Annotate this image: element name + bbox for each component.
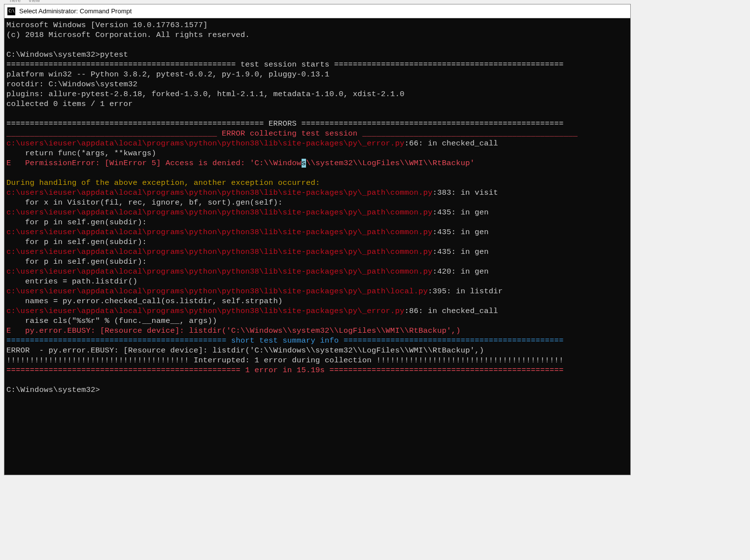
trace-code-4: for p in self.gen(subdir): [6,238,147,246]
session-start-bar: ========================================… [6,60,564,69]
ebusy-error: E py.error.EBUSY: [Resource device]: lis… [6,326,461,335]
summary-bar: ========================================… [6,336,564,345]
window-title: Select Administrator: Command Prompt [19,7,132,15]
trace-line-4: c:\users\ieuser\appdata\local\programs\p… [6,228,489,237]
trace-line-7: c:\users\ieuser\appdata\local\programs\p… [6,287,503,296]
trace-line-1: c:\users\ieuser\appdata\local\programs\p… [6,139,498,148]
errors-bar: ========================================… [6,119,564,128]
trace-code-2: for x in Visitor(fil, rec, ignore, bf, s… [6,198,283,207]
interrupted-line: !!!!!!!!!!!!!!!!!!!!!!!!!!!!!!!!!!!!!!! … [6,356,564,365]
permission-error: E PermissionError: [WinError 5] Access i… [6,159,475,168]
summary-error-line: ERROR - py.error.EBUSY: [Resource device… [6,346,484,355]
trace-line-2: c:\users\ieuser\appdata\local\programs\p… [6,188,498,197]
error-collecting-bar: ________________________________________… [6,129,578,138]
rootdir-line: rootdir: C:\Windows\system32 [6,80,137,89]
cmd-icon: C:\ [7,7,15,15]
collected-line: collected 0 items / 1 error [6,100,133,108]
trace-line-3: c:\users\ieuser\appdata\local\programs\p… [6,208,489,217]
trace-code-3: for p in self.gen(subdir): [6,218,147,227]
during-handling: During handling of the above exception, … [6,178,320,187]
plugins-line: plugins: allure-pytest-2.8.18, forked-1.… [6,90,405,99]
platform-line: platform win32 -- Python 3.8.2, pytest-6… [6,70,330,79]
trace-code-1: return func(*args, **kwargs) [6,149,156,158]
prompt-final: C:\Windows\system32> [6,385,100,394]
trace-code-8: raise cls("%s%r" % (func.__name__, args)… [6,316,217,325]
trace-code-5: for p in self.gen(subdir): [6,257,147,266]
trace-code-7: names = py.error.checked_call(os.listdir… [6,297,283,306]
final-bar: ========================================… [6,366,564,375]
copyright: (c) 2018 Microsoft Corporation. All righ… [6,31,250,39]
os-version: Microsoft Windows [Version 10.0.17763.15… [6,21,208,30]
trace-code-6: entries = path.listdir() [6,277,137,286]
trace-line-8: c:\users\ieuser\appdata\local\programs\p… [6,307,498,315]
command-prompt-window: C:\ Select Administrator: Command Prompt… [4,4,631,475]
trace-line-5: c:\users\ieuser\appdata\local\programs\p… [6,247,489,256]
command-input: pytest [100,50,128,59]
title-bar[interactable]: C:\ Select Administrator: Command Prompt [4,4,630,18]
trace-line-6: c:\users\ieuser\appdata\local\programs\p… [6,267,489,276]
prompt: C:\Windows\system32> [6,50,100,59]
menu-remnant: here View [10,0,40,3]
terminal-output[interactable]: Microsoft Windows [Version 10.0.17763.15… [4,18,630,475]
text-selection: s [302,159,307,168]
